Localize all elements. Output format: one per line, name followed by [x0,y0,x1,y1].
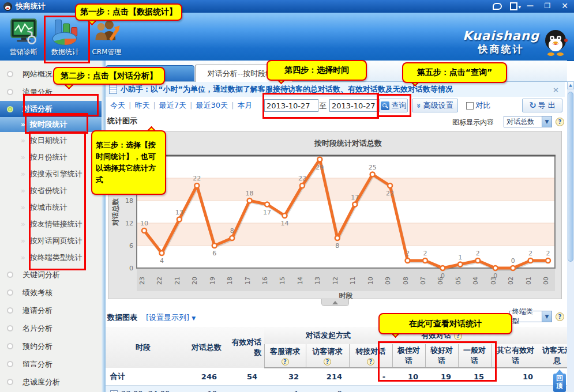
terminal-type-select[interactable]: 终端类型 ▼ [509,311,552,322]
value-cell: - [349,386,392,392]
assistant-note-icon [109,85,117,94]
double-arrow-icon: » [21,153,25,161]
table-row: 合计2465432214-10191510 [106,368,574,386]
chart-section-label: 统计图示 [107,116,137,126]
feedback-bubble-icon[interactable] [493,3,502,10]
svg-text:23: 23 [138,277,146,285]
table-help-icon[interactable]: ? [556,312,564,321]
col-other-valid: 其它有效对话 [491,344,540,368]
date-to-input[interactable] [329,99,384,112]
quick-link-2[interactable]: 最近7天 [159,101,186,110]
chart-help-icon[interactable]: ? [556,118,564,126]
bullet-icon [7,343,13,349]
sidebar-item-1[interactable]: 流量分析 [0,83,102,101]
vertical-scrollbar[interactable]: ▲ [567,81,574,392]
sidebar-subitem-9[interactable]: »按友情链接统计 [0,216,102,232]
sidebar-subitem-5[interactable]: »按月份统计 [0,149,102,165]
sidebar-item-label: 预约分析 [22,341,52,352]
svg-text:18: 18 [125,197,133,205]
sidebar-item-2[interactable]: 对话分析 [0,101,102,117]
advanced-settings-label: 高级设置 [423,100,453,111]
bullet-icon [7,106,13,112]
value-cell: 32 [264,368,306,386]
sidebar-item-12[interactable]: 关键词分析 [0,266,102,284]
svg-text:13: 13 [314,277,321,285]
sidebar-subitem-3[interactable]: »按时段统计 [0,117,102,132]
set-columns-link[interactable]: [设置显示列] ▼ [146,312,196,323]
toolbar-item-marketing[interactable]: 营销诊断 [5,16,43,57]
export-button[interactable]: ↻ 导 出 [522,99,562,112]
chart-collapse-button[interactable] [321,299,349,306]
help-icon[interactable]: ? [454,332,462,340]
sidebar-item-label: 按时段统计 [30,119,67,130]
col-good: 较好对话 [425,344,458,368]
svg-text:0: 0 [129,265,133,272]
chart-panel: 按时段统计对话总数 0612182430对话总数2322212019181716… [108,131,562,299]
sidebar-splitter[interactable] [102,61,106,392]
menu-note-icon[interactable] [510,2,517,10]
bullet-icon [7,307,13,314]
svg-text:0: 0 [441,272,445,280]
checkbox-icon [466,102,474,110]
svg-text:2: 2 [406,250,410,257]
quick-link-4[interactable]: 本月 [237,101,252,110]
sidebar-subitem-8[interactable]: »按城市统计 [0,199,102,216]
quick-link-1[interactable]: 昨天 [134,101,149,110]
svg-text:1: 1 [458,254,462,261]
table-section-label: 数据图表 [107,312,137,323]
sidebar-item-14[interactable]: 邀请分析 [0,301,102,319]
sidebar-item-label: 邀请分析 [22,306,52,316]
sidebar-subitem-10[interactable]: »按对话网页统计 [0,232,102,249]
sidebar-item-18[interactable]: 忠诚度分析 [0,373,102,391]
svg-text:09: 09 [384,277,392,285]
date-from-input[interactable] [264,99,318,112]
svg-text:22: 22 [156,277,163,285]
maximize-button[interactable]: ❐ [543,2,552,10]
toolbar-item-statistics[interactable]: 数据统计 [46,16,84,57]
sidebar-item-16[interactable]: 预约分析 [0,337,102,355]
sidebar-subitem-6[interactable]: »按搜索引擎统计 [0,165,102,182]
statistics-table: 时段 对话总数 有效对话数 对话发起方式 有效对话 ? 客服请求 ? 访客请求 … [106,327,574,392]
tab-bar: 对话分析--按时段统计 [106,61,567,82]
close-button[interactable]: ✕ [560,2,569,10]
svg-text:11: 11 [349,277,357,285]
sidebar-item-17[interactable]: 留言分析 [0,355,102,373]
quick-link-0[interactable]: 今天 [110,101,125,110]
help-icon[interactable]: ? [282,358,289,365]
assistant-bar: 小助手：以“小时”为单位，通过数据了解客服接待访客的总对话数、有效对话数及无效对… [106,82,565,97]
minimize-button[interactable]: — [526,2,535,10]
tab-inactive[interactable] [106,65,194,81]
svg-text:2: 2 [476,250,480,257]
svg-text:29: 29 [316,164,324,171]
statistics-pie-chart-icon [50,16,80,46]
search-button[interactable]: 查询 [379,99,408,112]
title-bar: 快商统计 — ❐ ✕ [0,0,574,13]
help-icon[interactable]: ? [367,358,374,365]
sidebar-item-13[interactable]: 绩效考核 [0,284,102,301]
svg-text:10: 10 [367,277,374,285]
sidebar-item-label: 留言分析 [22,359,52,370]
toolbar-label-marketing: 营销诊断 [5,47,43,57]
triangle-down-icon: ▼ [192,315,196,321]
svg-text:2: 2 [423,250,427,257]
back-to-top-button[interactable]: 回顶 [553,374,566,392]
sidebar-subitem-4[interactable]: »按日期统计 [0,132,102,149]
sidebar-item-0[interactable]: 网站概况分析 [0,65,102,83]
quick-link-3[interactable]: 最近30天 [196,101,228,110]
sidebar-subitem-7[interactable]: »按省份统计 [0,182,102,199]
compare-checkbox[interactable]: 对比 [462,99,494,112]
scroll-up-arrow[interactable]: ▲ [567,81,574,89]
svg-text:02: 02 [507,277,515,285]
quick-date-links: 今天|昨天|最近7天|最近30天|本月 [110,100,252,111]
table-row: +23:00--24:0010-19----- [106,386,574,392]
display-content-select[interactable]: 对话总数 ▼ [504,116,552,127]
sidebar-subitem-11[interactable]: »按终端类型统计 [0,249,102,266]
scrollbar-thumb[interactable] [568,92,573,262]
svg-text:0: 0 [493,272,497,280]
svg-text:6: 6 [129,242,133,250]
advanced-settings-button[interactable]: » 高级设置 [412,99,458,112]
bullet-icon [7,379,13,385]
sidebar-item-15[interactable]: 名片分析 [0,319,102,337]
assistant-close-icon[interactable]: × [553,85,559,94]
help-icon[interactable]: ? [324,358,331,365]
